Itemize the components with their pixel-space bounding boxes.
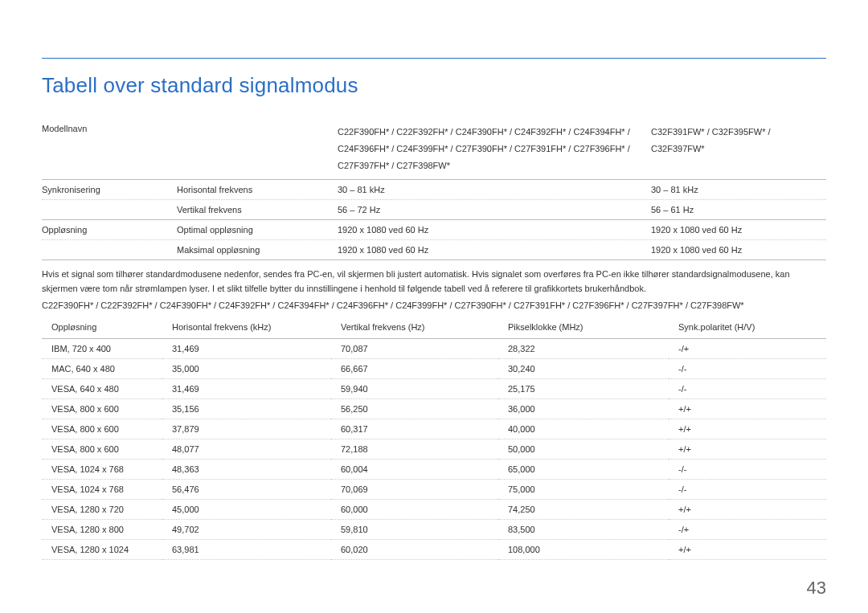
spec-value: 1920 x 1080 ved 60 Hz	[651, 245, 826, 255]
spec-label: Modellnavn	[42, 124, 177, 133]
table-cell: IBM, 720 x 400	[42, 339, 162, 359]
spec-row-optres: Oppløsning Optimal oppløsning 1920 x 108…	[42, 220, 826, 240]
table-cell: VESA, 1280 x 1024	[42, 540, 162, 560]
spec-sublabel: Maksimal oppløsning	[177, 245, 338, 255]
table-cell: VESA, 800 x 600	[42, 439, 162, 460]
table-cell: 75,000	[498, 480, 669, 500]
table-cell: +/+	[669, 439, 826, 460]
table-cell: 35,156	[162, 399, 331, 419]
table-cell: +/+	[669, 419, 826, 439]
spec-value: 1920 x 1080 ved 60 Hz	[651, 225, 826, 235]
table-cell: 60,000	[331, 500, 498, 520]
table-cell: 63,981	[162, 540, 331, 560]
models-list: C22F390FH* / C22F392FH* / C24F390FH* / C…	[42, 300, 826, 310]
spec-row-maxres: Maksimal oppløsning 1920 x 1080 ved 60 H…	[42, 240, 826, 260]
table-cell: VESA, 1024 x 768	[42, 460, 162, 480]
table-cell: MAC, 640 x 480	[42, 359, 162, 379]
table-row: VESA, 800 x 60037,87960,31740,000+/+	[42, 419, 826, 439]
spec-label: Synkronisering	[42, 185, 177, 194]
table-cell: 65,000	[498, 460, 669, 480]
table-row: VESA, 800 x 60035,15656,25036,000+/+	[42, 399, 826, 419]
table-cell: +/+	[669, 500, 826, 520]
spec-value: 30 – 81 kHz	[651, 185, 826, 194]
spec-value: 30 – 81 kHz	[338, 185, 651, 194]
table-cell: 48,363	[162, 460, 331, 480]
table-cell: VESA, 800 x 600	[42, 419, 162, 439]
table-cell: VESA, 640 x 480	[42, 379, 162, 399]
col-header: Vertikal frekvens (Hz)	[331, 316, 498, 339]
spec-value: 1920 x 1080 ved 60 Hz	[338, 245, 651, 255]
table-cell: 70,087	[331, 339, 498, 359]
spec-sublabel: Horisontal frekvens	[177, 185, 338, 194]
spec-row-model: Modellnavn C22F390FH* / C22F392FH* / C24…	[42, 119, 826, 180]
table-cell: -/-	[669, 480, 826, 500]
spec-row-hfreq: Synkronisering Horisontal frekvens 30 – …	[42, 180, 826, 200]
spec-row-vfreq: Vertikal frekvens 56 – 72 Hz 56 – 61 Hz	[42, 200, 826, 220]
table-cell: 56,476	[162, 480, 331, 500]
table-cell: 74,250	[498, 500, 669, 520]
spec-table: Modellnavn C22F390FH* / C22F392FH* / C24…	[42, 119, 826, 260]
table-cell: 59,810	[331, 520, 498, 540]
page-number: 43	[807, 578, 826, 599]
table-row: VESA, 1024 x 76856,47670,06975,000-/-	[42, 480, 826, 500]
description-paragraph: Hvis et signal som tilhører standardmodu…	[42, 267, 826, 296]
page-title: Tabell over standard signalmodus	[42, 73, 826, 98]
table-cell: -/+	[669, 520, 826, 540]
table-cell: 40,000	[498, 419, 669, 439]
table-header-row: Oppløsning Horisontal frekvens (kHz) Ver…	[42, 316, 826, 339]
spec-sublabel: Optimal oppløsning	[177, 225, 338, 235]
spec-value: C22F390FH* / C22F392FH* / C24F390FH* / C…	[338, 124, 651, 174]
table-row: VESA, 640 x 48031,46959,94025,175-/-	[42, 379, 826, 399]
table-cell: 45,000	[162, 500, 331, 520]
table-cell: 60,020	[331, 540, 498, 560]
table-cell: 70,069	[331, 480, 498, 500]
table-row: VESA, 800 x 60048,07772,18850,000+/+	[42, 439, 826, 460]
table-cell: 36,000	[498, 399, 669, 419]
table-cell: VESA, 1280 x 720	[42, 500, 162, 520]
spec-label: Oppløsning	[42, 225, 177, 235]
spec-sublabel: Vertikal frekvens	[177, 205, 338, 215]
table-cell: 66,667	[331, 359, 498, 379]
table-cell: -/-	[669, 359, 826, 379]
table-cell: -/-	[669, 460, 826, 480]
table-cell: 35,000	[162, 359, 331, 379]
col-header: Oppløsning	[42, 316, 162, 339]
table-cell: 48,077	[162, 439, 331, 460]
table-cell: 25,175	[498, 379, 669, 399]
signal-table: Oppløsning Horisontal frekvens (kHz) Ver…	[42, 316, 826, 560]
table-row: VESA, 1024 x 76848,36360,00465,000-/-	[42, 460, 826, 480]
table-cell: 37,879	[162, 419, 331, 439]
table-cell: VESA, 800 x 600	[42, 399, 162, 419]
table-cell: +/+	[669, 399, 826, 419]
table-row: VESA, 1280 x 72045,00060,00074,250+/+	[42, 500, 826, 520]
table-row: VESA, 1280 x 102463,98160,020108,000+/+	[42, 540, 826, 560]
horizontal-rule	[42, 58, 826, 59]
spec-value: C32F391FW* / C32F395FW* / C32F397FW*	[651, 124, 826, 157]
table-cell: 28,322	[498, 339, 669, 359]
spec-value: 56 – 72 Hz	[338, 205, 651, 215]
table-row: IBM, 720 x 40031,46970,08728,322-/+	[42, 339, 826, 359]
table-cell: 31,469	[162, 379, 331, 399]
table-cell: 30,240	[498, 359, 669, 379]
table-cell: 60,317	[331, 419, 498, 439]
col-header: Pikselklokke (MHz)	[498, 316, 669, 339]
table-cell: VESA, 1024 x 768	[42, 480, 162, 500]
table-cell: 83,500	[498, 520, 669, 540]
table-cell: 56,250	[331, 399, 498, 419]
table-cell: 50,000	[498, 439, 669, 460]
table-cell: 31,469	[162, 339, 331, 359]
table-cell: +/+	[669, 540, 826, 560]
table-cell: 59,940	[331, 379, 498, 399]
table-row: MAC, 640 x 48035,00066,66730,240-/-	[42, 359, 826, 379]
table-cell: 49,702	[162, 520, 331, 540]
table-cell: 72,188	[331, 439, 498, 460]
spec-value: 1920 x 1080 ved 60 Hz	[338, 225, 651, 235]
table-cell: 60,004	[331, 460, 498, 480]
col-header: Synk.polaritet (H/V)	[669, 316, 826, 339]
table-cell: -/+	[669, 339, 826, 359]
table-row: VESA, 1280 x 80049,70259,81083,500-/+	[42, 520, 826, 540]
table-cell: -/-	[669, 379, 826, 399]
table-cell: VESA, 1280 x 800	[42, 520, 162, 540]
col-header: Horisontal frekvens (kHz)	[162, 316, 331, 339]
table-cell: 108,000	[498, 540, 669, 560]
